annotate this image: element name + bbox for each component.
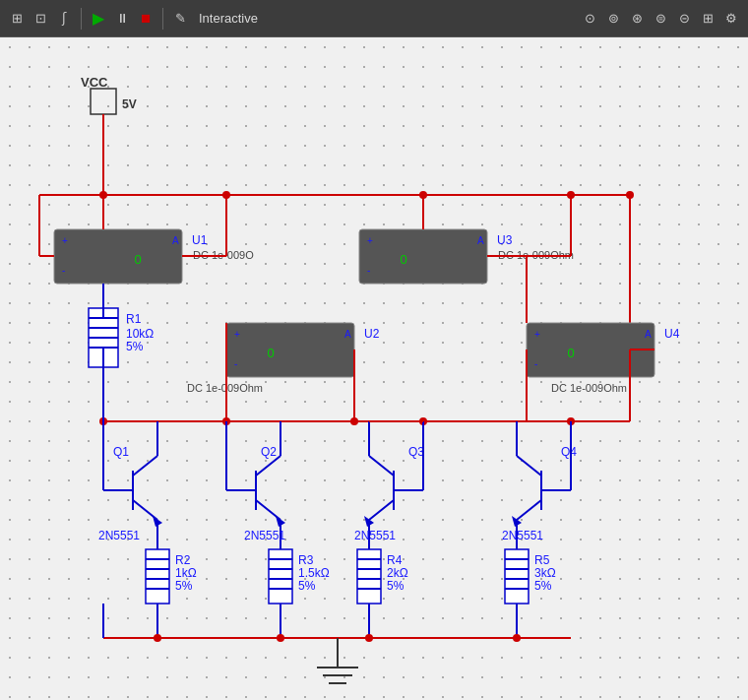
- svg-text:5%: 5%: [387, 579, 405, 593]
- toolbar-right-icon-6[interactable]: ⊞: [699, 10, 717, 28]
- vcc-value: 5V: [122, 97, 137, 111]
- svg-text:0: 0: [134, 252, 141, 267]
- svg-text:5%: 5%: [534, 579, 552, 593]
- svg-text:+: +: [234, 329, 240, 340]
- svg-text:A: A: [172, 235, 179, 246]
- toolbar-right-icon-3[interactable]: ⊛: [628, 10, 646, 28]
- svg-text:Q3: Q3: [408, 445, 424, 459]
- svg-rect-29: [226, 323, 354, 377]
- vcc-label: VCC: [81, 75, 108, 90]
- svg-text:R3: R3: [298, 553, 314, 567]
- svg-text:5%: 5%: [298, 579, 316, 593]
- svg-text:U2: U2: [364, 327, 380, 341]
- svg-text:0: 0: [267, 346, 274, 360]
- svg-line-103: [517, 500, 541, 520]
- svg-text:3kΩ: 3kΩ: [534, 566, 556, 580]
- schematic-svg: VCC 5V + - A 0 U1 DC 1e-009O + - A 0 U3: [0, 37, 748, 700]
- toolbar-right-icon-1[interactable]: ⊙: [581, 10, 598, 28]
- svg-text:DC  1e-009Ohm: DC 1e-009Ohm: [551, 382, 627, 394]
- svg-text:-: -: [534, 358, 537, 369]
- svg-line-101: [517, 456, 541, 476]
- separator-2: [162, 8, 163, 30]
- svg-line-91: [369, 456, 394, 476]
- svg-text:A: A: [645, 329, 652, 340]
- svg-text:U4: U4: [664, 327, 680, 341]
- toolbar-right-icon-5[interactable]: ⊝: [675, 10, 693, 28]
- svg-line-93: [369, 500, 394, 520]
- svg-rect-0: [91, 89, 116, 114]
- svg-text:R1: R1: [126, 312, 142, 326]
- svg-text:R2: R2: [175, 553, 191, 567]
- svg-point-152: [154, 634, 161, 642]
- svg-rect-141: [505, 549, 529, 604]
- svg-line-71: [133, 456, 157, 476]
- svg-text:2N5551: 2N5551: [244, 529, 285, 542]
- svg-rect-9: [54, 229, 182, 284]
- schematic-canvas[interactable]: VCC 5V + - A 0 U1 DC 1e-009O + - A 0 U3: [0, 37, 748, 700]
- svg-text:2kΩ: 2kΩ: [387, 566, 408, 580]
- svg-rect-19: [359, 229, 487, 284]
- svg-rect-111: [146, 549, 169, 604]
- svg-text:-: -: [234, 358, 237, 369]
- play-button[interactable]: ▶: [90, 10, 107, 28]
- toolbar-icon-2[interactable]: ⊡: [31, 10, 49, 28]
- svg-text:DC  1e-009Ohm: DC 1e-009Ohm: [187, 382, 263, 394]
- svg-line-81: [256, 456, 280, 476]
- svg-text:2N5551: 2N5551: [98, 529, 140, 542]
- toolbar-right: ⊙ ⊚ ⊛ ⊜ ⊝ ⊞ ⚙: [581, 10, 740, 28]
- svg-text:+: +: [62, 235, 68, 246]
- svg-text:+: +: [367, 235, 373, 246]
- pause-button[interactable]: ⏸: [113, 10, 131, 28]
- svg-text:R4: R4: [387, 553, 403, 567]
- toolbar-icon-3[interactable]: ʃ: [55, 10, 73, 28]
- mode-label: Interactive: [199, 11, 258, 26]
- settings-icon[interactable]: ⚙: [722, 10, 740, 28]
- svg-rect-131: [357, 549, 381, 604]
- toolbar-icon-1[interactable]: ⊞: [8, 10, 26, 28]
- svg-text:10kΩ: 10kΩ: [126, 327, 154, 341]
- svg-rect-121: [269, 549, 292, 604]
- toolbar-right-icon-4[interactable]: ⊜: [652, 10, 669, 28]
- svg-text:1.5kΩ: 1.5kΩ: [298, 566, 330, 580]
- svg-text:+: +: [534, 329, 540, 340]
- svg-text:1kΩ: 1kΩ: [175, 566, 197, 580]
- svg-text:A: A: [477, 235, 484, 246]
- svg-text:2N5551: 2N5551: [354, 529, 396, 542]
- svg-text:U3: U3: [497, 233, 513, 247]
- svg-text:0: 0: [400, 252, 406, 267]
- svg-text:2N5551: 2N5551: [502, 529, 543, 542]
- svg-text:5%: 5%: [126, 340, 144, 353]
- toolbar-right-icon-2[interactable]: ⊚: [604, 10, 622, 28]
- svg-text:-: -: [62, 265, 65, 276]
- toolbar: ⊞ ⊡ ʃ ▶ ⏸ ⏹ ✎ Interactive ⊙ ⊚ ⊛ ⊜ ⊝ ⊞ ⚙: [0, 0, 748, 37]
- svg-text:-: -: [367, 265, 370, 276]
- separator-1: [81, 8, 82, 30]
- svg-text:0: 0: [567, 346, 574, 360]
- svg-point-153: [277, 634, 284, 642]
- svg-text:Q2: Q2: [261, 445, 277, 459]
- svg-point-155: [513, 634, 521, 642]
- svg-point-154: [365, 634, 373, 642]
- svg-text:A: A: [344, 329, 351, 340]
- svg-text:R5: R5: [534, 553, 550, 567]
- stop-button[interactable]: ⏹: [137, 10, 155, 28]
- svg-text:U1: U1: [192, 233, 208, 247]
- svg-text:Q1: Q1: [113, 445, 129, 459]
- svg-text:5%: 5%: [175, 579, 193, 593]
- pencil-icon[interactable]: ✎: [171, 10, 189, 28]
- svg-text:Q4: Q4: [561, 445, 577, 459]
